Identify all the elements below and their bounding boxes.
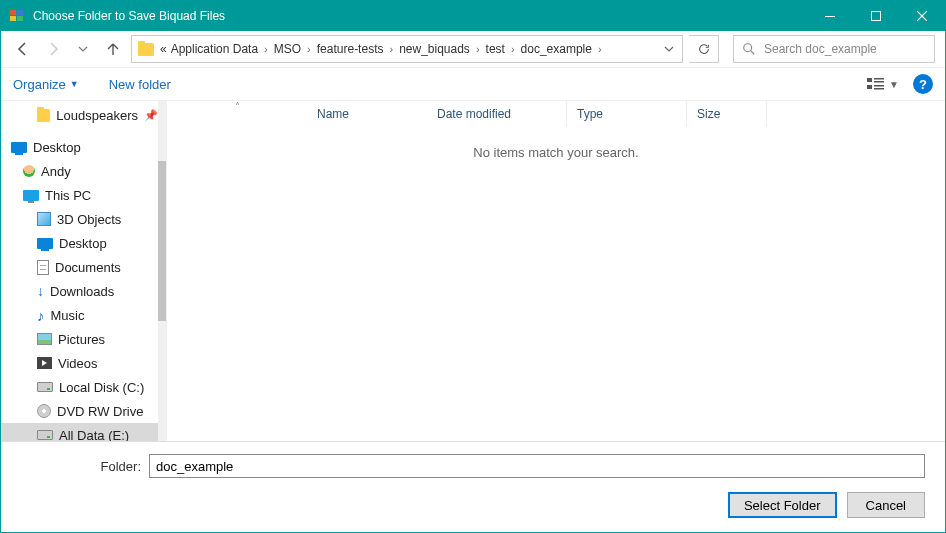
help-button[interactable]: ? (913, 74, 933, 94)
breadcrumb-item[interactable]: test (484, 40, 507, 58)
tree-item-3d-objects[interactable]: 3D Objects (1, 207, 158, 231)
tree-item-desktop-sub[interactable]: Desktop (1, 231, 158, 255)
tree-label: Andy (41, 164, 71, 179)
nav-toolbar: « Application Data › MSO › feature-tests… (1, 31, 945, 67)
refresh-button[interactable] (689, 35, 719, 63)
folder-icon (136, 39, 156, 59)
back-button[interactable] (11, 37, 35, 61)
svg-rect-3 (17, 16, 23, 21)
svg-rect-8 (867, 85, 872, 89)
tree-item-documents[interactable]: Documents (1, 255, 158, 279)
chevron-right-icon[interactable]: › (472, 43, 484, 55)
tree-item-dvd[interactable]: DVD RW Drive (1, 399, 158, 423)
breadcrumb-prefix[interactable]: « (158, 40, 169, 58)
tree-item-desktop[interactable]: Desktop (1, 135, 158, 159)
svg-rect-9 (874, 78, 884, 80)
svg-rect-1 (17, 10, 23, 15)
tree-label: Videos (58, 356, 98, 371)
drive-icon (37, 430, 53, 440)
search-box[interactable] (733, 35, 935, 63)
tree-label: Desktop (59, 236, 107, 251)
svg-rect-12 (874, 88, 884, 90)
svg-rect-11 (874, 85, 884, 87)
person-icon (23, 165, 35, 177)
tree-scrollbar[interactable] (158, 101, 166, 441)
organize-menu[interactable]: Organize▼ (13, 77, 79, 92)
view-options-button[interactable]: ▼ (867, 77, 899, 91)
tree-label: Downloads (50, 284, 114, 299)
close-button[interactable] (899, 1, 945, 31)
tree-label: Music (51, 308, 85, 323)
drive-icon (37, 382, 53, 392)
folder-name-input[interactable] (149, 454, 925, 478)
chevron-right-icon[interactable]: › (260, 43, 272, 55)
maximize-button[interactable] (853, 1, 899, 31)
breadcrumb-item[interactable]: MSO (272, 40, 303, 58)
column-date[interactable]: Date modified (427, 101, 567, 127)
chevron-right-icon[interactable]: › (594, 43, 606, 55)
breadcrumb-item[interactable]: feature-tests (315, 40, 386, 58)
file-rows: No items match your search. (167, 127, 945, 441)
breadcrumb: « Application Data › MSO › feature-tests… (158, 40, 606, 58)
sort-indicator-col[interactable]: ˄ (167, 101, 307, 127)
tree-label: DVD RW Drive (57, 404, 143, 419)
breadcrumb-item[interactable]: doc_example (519, 40, 594, 58)
monitor-icon (23, 190, 39, 201)
recent-dropdown[interactable] (71, 37, 95, 61)
tree-label: Loudspeakers (56, 108, 138, 123)
pin-icon: 📌 (144, 109, 158, 122)
folder-icon (37, 109, 50, 122)
tree-label: Pictures (58, 332, 105, 347)
tree-label: Desktop (33, 140, 81, 155)
forward-button[interactable] (41, 37, 65, 61)
tree-label: 3D Objects (57, 212, 121, 227)
chevron-down-icon: ▼ (889, 79, 899, 90)
chevron-right-icon[interactable]: › (385, 43, 397, 55)
nav-tree[interactable]: Loudspeakers📌 Desktop Andy This PC 3D Ob… (1, 101, 158, 441)
breadcrumb-item[interactable]: Application Data (169, 40, 260, 58)
tree-label: Documents (55, 260, 121, 275)
new-folder-button[interactable]: New folder (109, 77, 171, 92)
search-input[interactable] (764, 42, 926, 56)
select-folder-button[interactable]: Select Folder (728, 492, 837, 518)
window-title: Choose Folder to Save Biquad Files (33, 9, 807, 23)
tree-item-local-disk[interactable]: Local Disk (C:) (1, 375, 158, 399)
tree-item-all-data[interactable]: All Data (E:) (1, 423, 158, 441)
address-dropdown[interactable] (660, 40, 678, 58)
svg-rect-2 (10, 16, 16, 21)
dialog-footer: Folder: Select Folder Cancel (1, 441, 945, 532)
svg-rect-10 (874, 81, 884, 83)
command-bar: Organize▼ New folder ▼ ? (1, 67, 945, 101)
column-name[interactable]: Name (307, 101, 427, 127)
column-type[interactable]: Type (567, 101, 687, 127)
nav-tree-wrapper: Loudspeakers📌 Desktop Andy This PC 3D Ob… (1, 101, 166, 441)
dvd-icon (37, 404, 51, 418)
address-bar[interactable]: « Application Data › MSO › feature-tests… (131, 35, 683, 63)
column-size[interactable]: Size (687, 101, 767, 127)
minimize-button[interactable] (807, 1, 853, 31)
tree-item-videos[interactable]: Videos (1, 351, 158, 375)
tree-label: Local Disk (C:) (59, 380, 144, 395)
tree-item-music[interactable]: ♪Music (1, 303, 158, 327)
chevron-down-icon: ▼ (70, 79, 79, 89)
chevron-right-icon[interactable]: › (303, 43, 315, 55)
tree-item-user[interactable]: Andy (1, 159, 158, 183)
scrollbar-thumb[interactable] (158, 161, 166, 321)
desktop-icon (11, 142, 27, 153)
up-button[interactable] (101, 37, 125, 61)
tree-item-this-pc[interactable]: This PC (1, 183, 158, 207)
empty-message: No items match your search. (473, 145, 638, 441)
cancel-button[interactable]: Cancel (847, 492, 925, 518)
breadcrumb-item[interactable]: new_biquads (397, 40, 472, 58)
svg-rect-0 (10, 10, 16, 15)
tree-item-downloads[interactable]: ↓Downloads (1, 279, 158, 303)
tree-item-loudspeakers[interactable]: Loudspeakers📌 (1, 103, 158, 127)
tree-label: This PC (45, 188, 91, 203)
download-icon: ↓ (37, 283, 44, 299)
file-list: ˄ Name Date modified Type Size No items … (166, 101, 945, 441)
tree-label: All Data (E:) (59, 428, 129, 442)
column-headers: ˄ Name Date modified Type Size (167, 101, 945, 127)
tree-item-pictures[interactable]: Pictures (1, 327, 158, 351)
chevron-right-icon[interactable]: › (507, 43, 519, 55)
svg-rect-7 (867, 78, 872, 82)
